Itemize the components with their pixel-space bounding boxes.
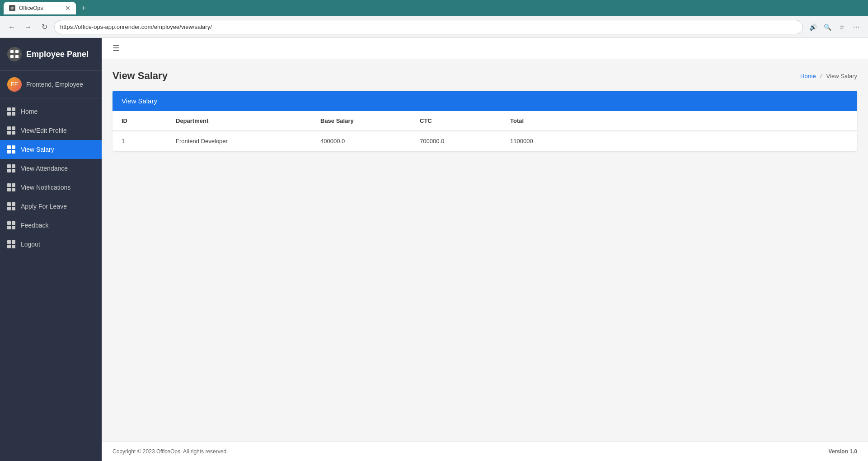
- svg-rect-1: [11, 7, 14, 8]
- sidebar-item-label: Apply For Leave: [21, 203, 67, 210]
- grid-icon: [7, 145, 15, 154]
- table-cell-base-salary: 400000.0: [311, 131, 411, 151]
- grid-icon: [7, 126, 15, 135]
- new-tab-button[interactable]: +: [80, 4, 88, 13]
- browser-menu-icon[interactable]: ⋯: [850, 21, 863, 33]
- col-header-base-salary: Base Salary: [311, 111, 411, 131]
- back-button[interactable]: ←: [5, 21, 18, 33]
- url-text: https://office-ops-app.onrender.com/empl…: [60, 23, 212, 30]
- sidebar-user: FE Frontend, Employee: [0, 71, 102, 98]
- breadcrumb-home-link[interactable]: Home: [800, 73, 816, 79]
- sidebar-logo-icon: [7, 47, 22, 61]
- footer-copyright: Copyright © 2023 OfficeOps. All rights r…: [113, 448, 228, 455]
- svg-rect-2: [11, 8, 14, 9]
- sidebar-item-home[interactable]: Home: [0, 102, 102, 121]
- svg-rect-3: [11, 9, 13, 9]
- table-cell-ctc: 700000.0: [411, 131, 501, 151]
- card-header: View Salary: [113, 91, 857, 111]
- breadcrumb-current: View Salary: [826, 73, 857, 79]
- table-cell-total: 1100000: [501, 131, 857, 151]
- main-content: ☰ View Salary Home / View Salary View Sa…: [102, 38, 868, 461]
- table-header-row: IDDepartmentBase SalaryCTCTotal: [113, 111, 857, 131]
- user-avatar: FE: [7, 77, 22, 92]
- address-bar[interactable]: https://office-ops-app.onrender.com/empl…: [54, 20, 803, 34]
- sidebar-item-label: View Attendance: [21, 165, 68, 172]
- salary-card: View Salary IDDepartmentBase SalaryCTCTo…: [113, 91, 857, 151]
- sidebar-item-label: View/Edit Profile: [21, 127, 67, 134]
- sidebar-item-logout[interactable]: Logout: [0, 235, 102, 254]
- salary-table: IDDepartmentBase SalaryCTCTotal 1Fronten…: [113, 111, 857, 151]
- sidebar-item-feedback[interactable]: Feedback: [0, 216, 102, 235]
- breadcrumb-separator: /: [820, 73, 822, 79]
- col-header-ctc: CTC: [411, 111, 501, 131]
- read-aloud-icon[interactable]: 🔊: [807, 21, 819, 33]
- sidebar-item-label: View Notifications: [21, 184, 70, 191]
- grid-icon: [7, 183, 15, 191]
- sidebar-item-label: View Salary: [21, 146, 54, 153]
- reload-button[interactable]: ↻: [38, 21, 51, 33]
- table-row: 1Frontend Developer400000.0700000.011000…: [113, 131, 857, 151]
- search-icon[interactable]: 🔍: [821, 21, 834, 33]
- grid-icon: [7, 240, 15, 248]
- sidebar-item-view-attendance[interactable]: View Attendance: [0, 159, 102, 178]
- page-title-row: View Salary Home / View Salary: [113, 70, 857, 82]
- tab-favicon: [9, 5, 15, 11]
- grid-icon: [7, 164, 15, 172]
- sidebar-item-view-edit-profile[interactable]: View/Edit Profile: [0, 121, 102, 140]
- favorites-icon[interactable]: ☆: [835, 21, 848, 33]
- page-title: View Salary: [113, 70, 168, 82]
- footer-rights-text: All rights reserved.: [183, 448, 228, 455]
- sidebar-item-apply-for-leave[interactable]: Apply For Leave: [0, 197, 102, 216]
- sidebar-item-label: Feedback: [21, 222, 48, 229]
- sidebar-header: Employee Panel: [0, 38, 102, 71]
- active-tab[interactable]: OfficeOps ✕: [4, 2, 76, 14]
- table-cell-id: 1: [113, 131, 167, 151]
- svg-rect-5: [15, 50, 19, 53]
- table-cell-department: Frontend Developer: [167, 131, 311, 151]
- svg-rect-4: [10, 50, 14, 53]
- browser-tab-bar: OfficeOps ✕ +: [0, 0, 868, 16]
- sidebar-nav: HomeView/Edit ProfileView SalaryView Att…: [0, 98, 102, 461]
- grid-icon: [7, 107, 15, 116]
- sidebar-item-view-salary[interactable]: View Salary: [0, 140, 102, 159]
- browser-action-icons: 🔊 🔍 ☆ ⋯: [807, 21, 863, 33]
- svg-rect-6: [10, 55, 14, 58]
- sidebar: Employee Panel FE Frontend, Employee Hom…: [0, 38, 102, 461]
- user-name: Frontend, Employee: [26, 81, 83, 88]
- tab-close-button[interactable]: ✕: [65, 5, 70, 12]
- footer-copyright-text: Copyright © 2023 OfficeOps.: [113, 448, 182, 455]
- col-header-id: ID: [113, 111, 167, 131]
- main-header: ☰: [102, 38, 868, 59]
- sidebar-item-label: Logout: [21, 241, 40, 248]
- sidebar-item-view-notifications[interactable]: View Notifications: [0, 178, 102, 197]
- browser-toolbar: ← → ↻ https://office-ops-app.onrender.co…: [0, 16, 868, 38]
- grid-icon: [7, 202, 15, 210]
- sidebar-title: Employee Panel: [26, 50, 89, 59]
- footer-version-label: Version: [829, 448, 848, 455]
- sidebar-item-label: Home: [21, 108, 38, 115]
- breadcrumb: Home / View Salary: [800, 73, 857, 79]
- footer-version: Version 1.0: [829, 448, 857, 455]
- grid-icon: [7, 221, 15, 229]
- col-header-department: Department: [167, 111, 311, 131]
- tab-title: OfficeOps: [19, 5, 43, 11]
- main-footer: Copyright © 2023 OfficeOps. All rights r…: [102, 442, 868, 461]
- col-header-total: Total: [501, 111, 857, 131]
- svg-rect-7: [15, 55, 19, 58]
- footer-version-number: 1.0: [849, 448, 857, 455]
- forward-button[interactable]: →: [22, 21, 34, 33]
- main-body: View Salary Home / View Salary View Sala…: [102, 59, 868, 442]
- hamburger-menu-icon[interactable]: ☰: [113, 43, 120, 53]
